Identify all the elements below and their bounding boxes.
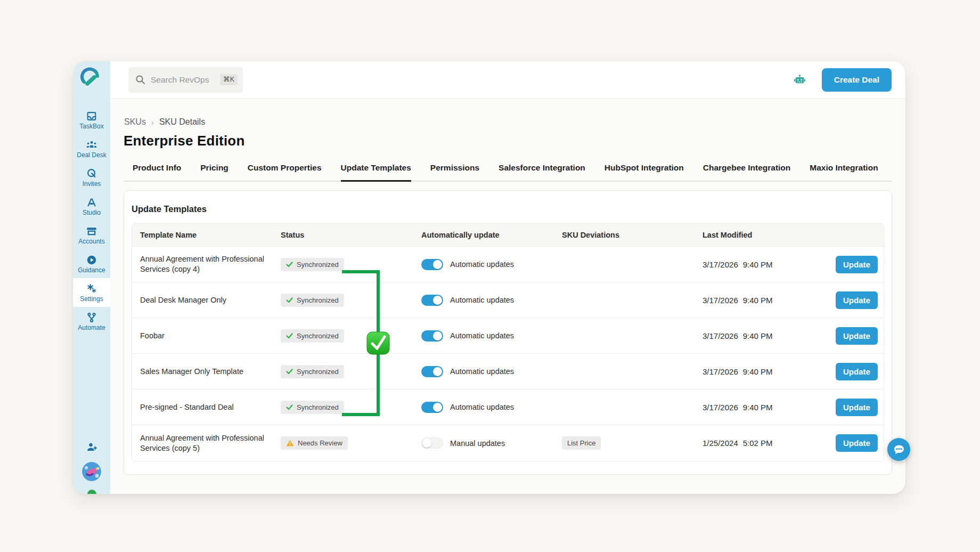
template-name: Annual Agreement with Professional Servi…	[132, 254, 281, 274]
update-button[interactable]: Update	[836, 434, 878, 452]
auto-update-toggle[interactable]	[421, 295, 443, 306]
sidebar-item-invites[interactable]: Invites	[73, 163, 110, 192]
table-row: Sales Manager Only Template Synchronized…	[132, 354, 884, 389]
add-user-icon	[85, 441, 98, 453]
auto-update-toggle[interactable]	[421, 366, 443, 377]
revops-logo-icon[interactable]	[79, 67, 104, 94]
sidebar-item-settings[interactable]: Settings	[73, 278, 110, 307]
update-button[interactable]: Update	[836, 399, 878, 416]
update-mode-label: Manual updates	[450, 439, 505, 448]
sidebar-item-label: Invites	[83, 181, 101, 187]
guidance-icon	[86, 254, 97, 266]
sidebar-item-guidance[interactable]: Guidance	[73, 249, 110, 278]
last-modified: 3/17/20269:40 PM	[703, 367, 836, 376]
automate-branch-icon	[86, 312, 97, 323]
sidebar-item-label: Automate	[78, 324, 105, 331]
status-badge: Synchronized	[281, 401, 344, 414]
sidebar: TaskBox Deal Desk Invites Studio Account…	[73, 61, 110, 494]
sidebar-item-label: Accounts	[78, 238, 104, 245]
add-user-button[interactable]	[85, 441, 98, 453]
col-template-name: Template Name	[132, 231, 281, 239]
chat-widget-button[interactable]	[887, 438, 910, 461]
tab-update-templates[interactable]: Update Templates	[341, 163, 411, 182]
update-mode-label: Automatic updates	[450, 260, 514, 269]
sidebar-item-label: Studio	[83, 209, 101, 216]
sidebar-item-accounts[interactable]: Accounts	[73, 221, 110, 249]
breadcrumb-sku-details: SKU Details	[159, 117, 205, 127]
toggle-knob	[433, 260, 442, 269]
update-button[interactable]: Update	[836, 291, 878, 309]
warning-icon	[286, 440, 294, 447]
table-row: Foobar Synchronized Automatic updates 3/…	[132, 318, 884, 354]
auto-update-toggle[interactable]	[421, 437, 443, 449]
tab-chargebee-integration[interactable]: Chargebee Integration	[703, 163, 791, 182]
auto-update-toggle[interactable]	[421, 259, 443, 270]
sidebar-item-label: Settings	[80, 296, 103, 302]
sidebar-item-studio[interactable]: Studio	[73, 192, 110, 221]
toggle-knob	[422, 439, 431, 448]
table-row: Annual Agreement with Professional Servi…	[132, 425, 884, 461]
toggle-knob	[433, 367, 442, 376]
update-mode-label: Automatic updates	[450, 367, 514, 376]
sku-deviation-badge: List Price	[562, 436, 601, 450]
topbar: Search RevOps ⌘K Create Deal	[110, 61, 905, 99]
update-templates-card: Update Templates Template Name Status Au…	[124, 190, 892, 475]
template-name: Deal Desk Manager Only	[132, 295, 281, 305]
col-sku-deviations: SKU Deviations	[562, 231, 703, 239]
page-content: SKUs › SKU Details Enterprise Edition Pr…	[110, 99, 905, 494]
taskbox-icon	[86, 110, 97, 122]
user-avatar[interactable]	[82, 462, 101, 481]
update-mode-label: Automatic updates	[450, 331, 514, 340]
col-automatically-update: Automatically update	[421, 231, 562, 239]
sidebar-item-deal-desk[interactable]: Deal Desk	[73, 134, 110, 163]
last-modified: 3/17/20269:40 PM	[703, 331, 836, 340]
studio-icon	[86, 197, 97, 208]
status-badge: Synchronized	[281, 294, 344, 307]
tab-product-info[interactable]: Product Info	[133, 163, 181, 182]
sidebar-item-automate[interactable]: Automate	[73, 307, 110, 336]
chat-icon	[893, 443, 905, 456]
table-row: Deal Desk Manager Only Synchronized Auto…	[132, 282, 884, 318]
main-area: Search RevOps ⌘K Create Deal SKUs › SKU …	[110, 61, 905, 494]
last-modified: 3/17/20269:40 PM	[703, 296, 836, 305]
tab-salesforce-integration[interactable]: Salesforce Integration	[499, 163, 585, 182]
robot-icon	[793, 72, 807, 87]
table-row: Annual Agreement with Professional Servi…	[132, 247, 884, 282]
auto-update-toggle[interactable]	[421, 402, 443, 413]
tab-custom-properties[interactable]: Custom Properties	[248, 163, 322, 182]
check-icon	[286, 404, 293, 410]
assistant-robot-button[interactable]	[793, 72, 807, 87]
app-window: TaskBox Deal Desk Invites Studio Account…	[73, 61, 905, 494]
update-button[interactable]: Update	[836, 327, 878, 345]
template-name: Annual Agreement with Professional Servi…	[132, 433, 281, 453]
check-icon	[286, 262, 293, 267]
update-button[interactable]: Update	[836, 363, 878, 380]
update-button[interactable]: Update	[836, 256, 878, 273]
auto-update-toggle[interactable]	[421, 330, 443, 342]
table-header: Template Name Status Automatically updat…	[132, 224, 884, 247]
tab-maxio-integration[interactable]: Maxio Integration	[810, 163, 878, 182]
tab-permissions[interactable]: Permissions	[430, 163, 479, 182]
col-status: Status	[281, 231, 421, 239]
template-name: Sales Manager Only Template	[132, 367, 281, 377]
deal-desk-icon	[86, 139, 97, 151]
sidebar-item-label: Guidance	[78, 267, 105, 273]
tab-pricing[interactable]: Pricing	[200, 163, 228, 182]
sidebar-item-label: TaskBox	[79, 123, 103, 129]
create-deal-button[interactable]: Create Deal	[822, 68, 892, 92]
search-icon	[135, 75, 145, 85]
settings-gears-icon	[86, 283, 97, 295]
search-shortcut-badge: ⌘K	[220, 74, 238, 85]
page-title: Enterprise Edition	[124, 133, 892, 149]
update-mode-label: Automatic updates	[450, 296, 514, 304]
tabs: Product InfoPricingCustom PropertiesUpda…	[124, 163, 892, 182]
tab-hubspot-integration[interactable]: HubSpot Integration	[605, 163, 684, 182]
toggle-knob	[433, 296, 442, 305]
sidebar-item-taskbox[interactable]: TaskBox	[73, 105, 110, 134]
search-input[interactable]: Search RevOps ⌘K	[128, 67, 243, 93]
breadcrumb-skus[interactable]: SKUs	[124, 117, 146, 127]
template-name: Pre-signed - Standard Deal	[132, 402, 281, 412]
update-mode-label: Automatic updates	[450, 403, 514, 411]
last-modified: 1/25/20245:02 PM	[703, 439, 836, 448]
last-modified: 3/17/20269:40 PM	[703, 403, 836, 412]
